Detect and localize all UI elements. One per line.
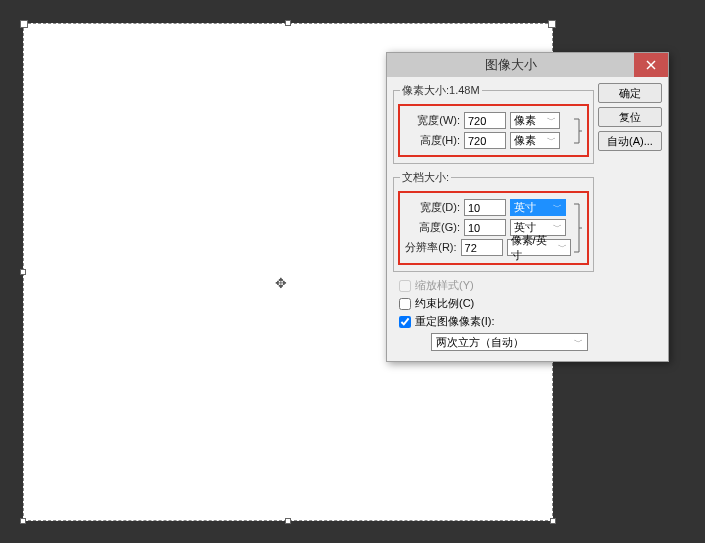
resolution-unit-select[interactable]: 像素/英寸 ﹀ (507, 239, 571, 256)
pixel-width-label: 宽度(W): (404, 113, 460, 128)
constrain-label: 约束比例(C) (415, 296, 474, 311)
doc-height-label: 高度(G): (404, 220, 460, 235)
resample-method-select[interactable]: 两次立方（自动） ﹀ (431, 333, 588, 351)
pixel-dimensions-group: 像素大小:1.48M 宽度(W): 像素 ﹀ (393, 83, 594, 164)
chevron-down-icon: ﹀ (553, 221, 562, 234)
scale-styles-row: 缩放样式(Y) (399, 278, 594, 293)
constrain-row[interactable]: 约束比例(C) (399, 296, 594, 311)
doc-height-input[interactable] (464, 219, 506, 236)
doc-width-input[interactable] (464, 199, 506, 216)
pixel-height-input[interactable] (464, 132, 506, 149)
chevron-down-icon: ﹀ (553, 201, 562, 214)
pixel-link-bracket-icon (571, 109, 583, 152)
move-cursor-icon: ✥ (275, 275, 287, 291)
close-icon (646, 60, 656, 70)
scale-styles-label: 缩放样式(Y) (415, 278, 474, 293)
pixel-width-unit-select[interactable]: 像素 ﹀ (510, 112, 560, 129)
image-size-dialog: 图像大小 像素大小:1.48M 宽度(W): 像素 (386, 52, 669, 362)
reset-button[interactable]: 复位 (598, 107, 662, 127)
doc-highlight-box: 宽度(D): 英寸 ﹀ 高度(G): (398, 191, 589, 265)
resample-row[interactable]: 重定图像像素(I): (399, 314, 594, 329)
ok-button[interactable]: 确定 (598, 83, 662, 103)
resample-label: 重定图像像素(I): (415, 314, 494, 329)
pixel-height-label: 高度(H): (404, 133, 460, 148)
doc-width-unit-select[interactable]: 英寸 ﹀ (510, 199, 566, 216)
chevron-down-icon: ﹀ (547, 134, 556, 147)
doc-link-bracket-icon (571, 196, 583, 260)
document-size-group: 文档大小: 宽度(D): 英寸 ﹀ (393, 170, 594, 272)
dialog-title: 图像大小 (387, 56, 634, 74)
pixel-highlight-box: 宽度(W): 像素 ﹀ 高度(H): (398, 104, 589, 157)
chevron-down-icon: ﹀ (574, 336, 583, 349)
scale-styles-checkbox (399, 280, 411, 292)
pixel-width-input[interactable] (464, 112, 506, 129)
pixel-height-unit-select[interactable]: 像素 ﹀ (510, 132, 560, 149)
doc-width-label: 宽度(D): (404, 200, 460, 215)
dialog-titlebar[interactable]: 图像大小 (387, 53, 668, 77)
resample-checkbox[interactable] (399, 316, 411, 328)
resolution-label: 分辨率(R): (404, 240, 457, 255)
close-button[interactable] (634, 53, 668, 77)
chevron-down-icon: ﹀ (547, 114, 556, 127)
pixel-dimensions-legend: 像素大小:1.48M (400, 83, 482, 98)
document-size-legend: 文档大小: (400, 170, 451, 185)
chevron-down-icon: ﹀ (558, 241, 567, 254)
auto-button[interactable]: 自动(A)... (598, 131, 662, 151)
resolution-input[interactable] (461, 239, 503, 256)
constrain-checkbox[interactable] (399, 298, 411, 310)
